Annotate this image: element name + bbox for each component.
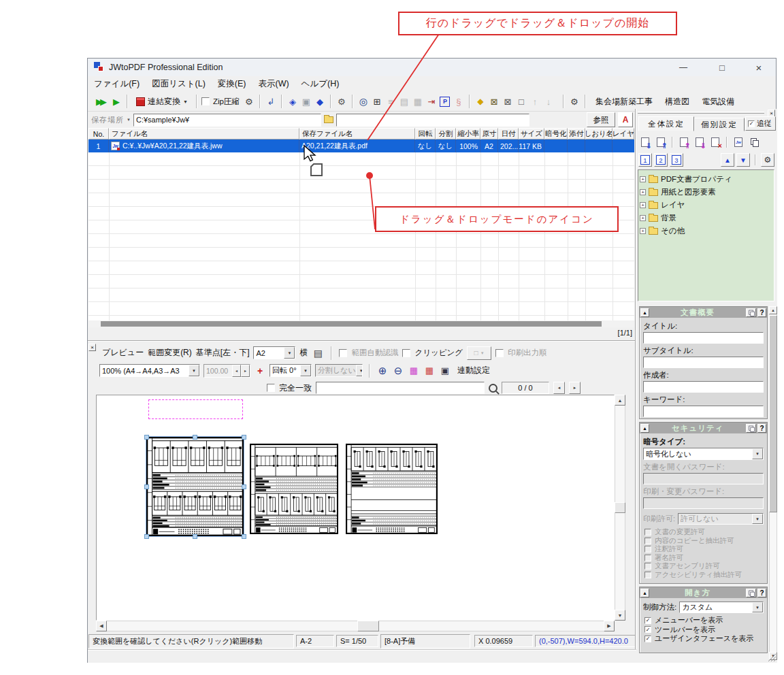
panel-grip[interactable] (638, 112, 764, 114)
help-icon[interactable]: ? (757, 424, 766, 433)
column-header-split[interactable]: 分割 (436, 128, 456, 139)
column-header-no[interactable]: No. (88, 128, 109, 139)
menu-file[interactable]: ファイル(F) (88, 76, 146, 92)
zoom-in-icon[interactable]: ⊕ (376, 365, 389, 377)
copy-icon[interactable] (746, 308, 756, 317)
profile-settings-gear-icon[interactable]: ⚙ (568, 95, 581, 108)
close-list-icon[interactable]: ◆ (314, 95, 326, 108)
panel-wrench-icon[interactable]: ⚙ (761, 153, 774, 167)
scrollbar-thumb[interactable] (101, 321, 602, 327)
zoom-value-spinner[interactable]: 100.00 ◂ ▸ (203, 364, 250, 378)
copy-icon[interactable] (746, 424, 756, 433)
expand-icon[interactable]: + (640, 215, 646, 221)
print-order-checkbox[interactable] (495, 349, 504, 357)
thumbnail-view-icon[interactable]: ⊞ (371, 95, 383, 108)
profile-button-kaikaijou[interactable]: 集会場新築工事 (590, 96, 658, 108)
convert-all-icon[interactable]: ▶▶ (91, 95, 109, 108)
list-properties-wrench-icon[interactable]: ⚙ (336, 95, 348, 108)
file-list-hscrollbar[interactable] (88, 320, 634, 327)
follow-checkbox[interactable]: ✓ (748, 120, 755, 127)
print-icon[interactable]: ▤ (312, 347, 324, 359)
close-button[interactable]: × (742, 59, 776, 76)
paper-size-combo[interactable]: A2▼ (253, 346, 295, 359)
find-icon[interactable]: ◎ (357, 95, 370, 108)
column-header-savename[interactable]: 保存ファイル名 (299, 128, 415, 139)
expand-icon[interactable]: + (640, 202, 646, 208)
link-convert-dropdown-icon[interactable]: ▼ (183, 99, 188, 104)
selection-handle[interactable] (144, 435, 149, 440)
collapse-icon[interactable]: ▲ (640, 424, 649, 433)
resize-grip-icon[interactable] (768, 653, 776, 661)
preview-vscrollbar[interactable]: ▲ ▼ (615, 395, 625, 621)
scroll-down-icon[interactable]: ▼ (615, 610, 625, 621)
insert-row-icon[interactable]: ↲ (265, 95, 277, 108)
author-field[interactable] (643, 381, 764, 393)
spin-right-icon[interactable]: ▸ (241, 365, 250, 377)
menu-drawing-list[interactable]: 図面リスト(L) (146, 76, 212, 92)
convert-selected-icon[interactable]: ▶ (110, 95, 122, 108)
expand-icon[interactable]: + (640, 228, 646, 234)
collapse-icon[interactable]: ▲ (640, 308, 649, 317)
minimize-button[interactable]: — (666, 59, 700, 76)
column-header-layer[interactable]: レイヤ (612, 128, 634, 139)
menu-help[interactable]: ヘルプ(H) (295, 76, 346, 92)
zoom-preset-combo[interactable]: 100% (A4→A4,A3→A3▼ (99, 364, 200, 377)
column-header-encrypt[interactable]: 暗号化 (544, 128, 568, 139)
exit-icon[interactable]: ⇥ (425, 95, 438, 108)
maximize-button[interactable]: □ (705, 59, 739, 76)
delete-settings-icon[interactable]: × (708, 135, 723, 150)
page-button-2[interactable]: 2 (654, 153, 668, 167)
clipping-checkbox[interactable] (402, 349, 410, 357)
prev-match-icon[interactable]: ◂ (553, 382, 565, 394)
zoom-out-icon[interactable]: ⊖ (392, 365, 404, 377)
option-checkbox[interactable]: ✓ (644, 617, 651, 624)
title-field[interactable] (643, 332, 764, 344)
zip-settings-gear-icon[interactable]: ⚙ (243, 95, 255, 108)
panel-vscrollbar[interactable]: ▲ ▼ (769, 306, 777, 660)
menu-convert[interactable]: 変換(E) (212, 76, 252, 92)
tab-global-settings[interactable]: 全体設定 (638, 116, 694, 131)
detail-pane-icon[interactable]: ▤ (398, 95, 410, 108)
link-convert-button[interactable]: 連結変換 ▼ (132, 94, 192, 109)
pdf-acrobat-icon[interactable]: A (618, 112, 633, 127)
selection-handle[interactable] (242, 435, 246, 440)
page-button-3[interactable]: 3 (670, 153, 683, 167)
menu-view[interactable]: 表示(W) (252, 76, 295, 92)
preview-hscrollbar[interactable]: ◀ ▶ (96, 621, 615, 631)
cad-drawing-2[interactable] (250, 444, 338, 534)
move-setting-up-icon[interactable]: ▲ (721, 153, 734, 167)
option-checkbox[interactable]: ✓ (644, 636, 651, 642)
column-header-size[interactable]: サイズ (519, 128, 544, 139)
attach-paperclip-icon[interactable]: § (453, 95, 465, 108)
tree-item-background[interactable]: +背景 (640, 212, 772, 225)
scroll-left-icon[interactable]: ◀ (96, 621, 107, 631)
table-row-selected[interactable]: 1 JwC:¥..¥Jw¥A20,21,22建具表.jww A20,21,22建… (88, 139, 634, 152)
jw-doc-icon[interactable]: Jw (731, 135, 746, 150)
tree-item-others[interactable]: +その他 (640, 225, 772, 237)
keyword-field[interactable] (643, 406, 764, 417)
selection-handle[interactable] (144, 484, 149, 489)
encryption-type-combo[interactable]: 暗号化しない▼ (643, 448, 764, 460)
clip-shape-button[interactable]: □▼ (467, 346, 491, 360)
copy-settings-icon[interactable] (747, 135, 762, 150)
option-show-ui[interactable]: ✓ユーザインタフェースを表示 (644, 634, 764, 644)
rotate-combo[interactable]: 回転 0°▼ (270, 364, 312, 377)
help-icon[interactable]: ? (757, 589, 766, 597)
move-setting-down-icon[interactable]: ▼ (736, 153, 750, 167)
import-settings-icon[interactable]: ⇑ (676, 135, 691, 150)
scrollbar-thumb[interactable] (357, 621, 379, 631)
restore-trash-icon[interactable]: ⊠ (488, 95, 500, 108)
scroll-right-icon[interactable]: ▶ (604, 621, 615, 631)
export-settings-icon[interactable]: ⇓ (692, 135, 707, 150)
tab-individual-settings[interactable]: 個別設定 (694, 118, 745, 131)
column-header-scale[interactable]: 縮小率 (456, 128, 480, 139)
save-path-combo[interactable]: C:¥sample¥Jw¥ (133, 114, 321, 127)
spin-left-icon[interactable]: ◂ (232, 365, 241, 377)
browse-button[interactable]: 参照 (587, 112, 615, 127)
page-button-1[interactable]: 1 (638, 153, 652, 167)
save-list-icon[interactable]: ▣ (300, 95, 312, 108)
column-header-attach[interactable]: 添付 (568, 128, 585, 139)
preview-label[interactable]: プレビュー (102, 347, 144, 359)
move-crosshair-icon[interactable]: + (254, 365, 266, 377)
move-up-icon[interactable]: ↑ (529, 95, 541, 108)
